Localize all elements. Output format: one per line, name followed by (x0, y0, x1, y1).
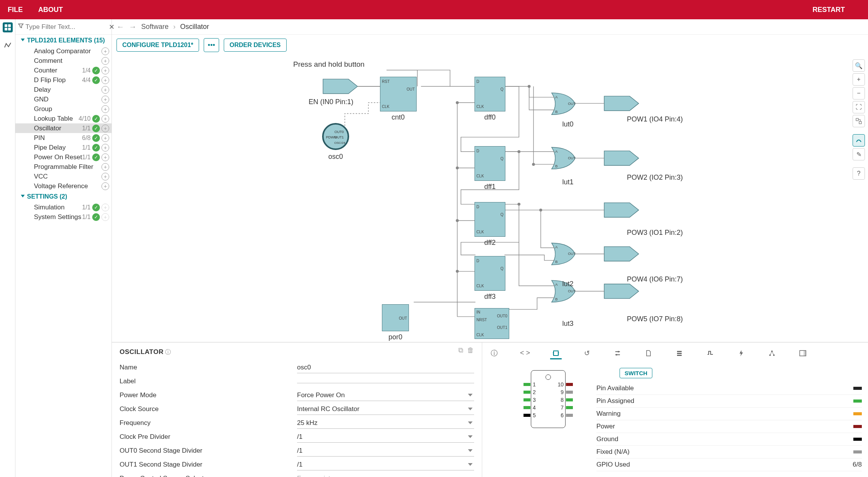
tab-doc-icon[interactable] (643, 348, 654, 359)
label-pipedelay0: pipedelay0 (475, 341, 508, 342)
nav-back-icon[interactable]: ← (117, 22, 124, 31)
tree-item-vcc[interactable]: VCC+ (15, 172, 111, 181)
block-dff2[interactable]: D Q CLK (475, 202, 505, 237)
svg-rect-1 (8, 24, 11, 27)
tab-info-icon[interactable]: ⓘ (488, 348, 500, 359)
tree-item-pin[interactable]: PIN6/8✓+ (15, 133, 111, 143)
field-name[interactable]: osc0 (297, 362, 474, 373)
block-por0[interactable]: OUT (382, 304, 409, 331)
tab-share-icon[interactable] (766, 348, 778, 359)
block-pow5[interactable] (604, 284, 638, 299)
tree-item-oscillator[interactable]: Oscillator1/1✓+ (15, 123, 111, 133)
field-out0-second-stage-divider[interactable]: /1 (297, 445, 474, 457)
tab-sliders-icon[interactable] (612, 348, 623, 359)
top-bar: FILE ABOUT RESTART (0, 0, 868, 19)
field-frequency[interactable]: 25 kHz (297, 418, 474, 429)
rail-components-icon[interactable] (3, 22, 13, 32)
menu-file[interactable]: FILE (8, 6, 23, 14)
svg-point-23 (456, 219, 459, 222)
label-dff2: dff2 (484, 239, 496, 247)
field-label[interactable] (297, 380, 474, 383)
tree-item-power-on-reset[interactable]: Power On Reset1/1✓+ (15, 152, 111, 162)
svg-point-24 (456, 270, 459, 273)
tree-item-group[interactable]: Group+ (15, 104, 111, 114)
tree-item-delay[interactable]: Delay+ (15, 85, 111, 94)
tree-item-counter[interactable]: Counter1/4✓+ (15, 66, 111, 75)
block-dff3[interactable]: D Q CLK (475, 256, 505, 291)
tool-pencil-icon[interactable]: ✎ (853, 148, 865, 160)
tree-item-comment[interactable]: Comment+ (15, 56, 111, 66)
svg-text:OUT: OUT (568, 156, 576, 160)
svg-text:B: B (555, 297, 557, 301)
field-clock-source[interactable]: Internal RC Oscillator (297, 404, 474, 415)
block-pow3[interactable] (604, 203, 638, 217)
svg-rect-55 (677, 351, 682, 352)
block-dff0[interactable]: D Q CLK (475, 77, 505, 111)
tree-section-elements[interactable]: TPLD1201 ELEMENTS (15) (15, 35, 111, 46)
tool-zoom-out-icon[interactable]: − (853, 87, 865, 99)
svg-text:A: A (555, 282, 558, 287)
filter-icon[interactable] (18, 23, 24, 31)
block-en[interactable] (323, 79, 357, 94)
block-cnt0[interactable]: RST OUT CLK (380, 77, 417, 111)
tree-item-voltage-reference[interactable]: Voltage Reference+ (15, 181, 111, 191)
svg-line-62 (772, 351, 774, 355)
tree-item-pipe-delay[interactable]: Pipe Delay1/1✓+ (15, 143, 111, 152)
delete-icon[interactable]: 🗑 (467, 346, 474, 354)
tab-panel-icon[interactable] (797, 348, 809, 359)
block-dff1[interactable]: D Q CLK (475, 146, 505, 181)
tab-pulse-icon[interactable] (704, 348, 716, 359)
order-devices-button[interactable]: ORDER DEVICES (224, 39, 286, 52)
label-dff1: dff1 (484, 183, 496, 191)
tree-item-d-flip-flop[interactable]: D Flip Flop4/4✓+ (15, 75, 111, 85)
tree-item-system-settings[interactable]: System Settings1/1✓+ (15, 212, 111, 222)
tree-item-analog-comparator[interactable]: Analog Comparator+ (15, 46, 111, 56)
switch-button[interactable]: SWITCH (620, 368, 652, 378)
block-pow4[interactable] (604, 247, 638, 261)
tool-zoom-in-icon[interactable]: + (853, 73, 865, 86)
tool-hierarchy-icon[interactable] (853, 115, 865, 127)
svg-point-52 (618, 351, 619, 352)
tab-bolt-icon[interactable] (735, 348, 747, 359)
rail-waveform-icon[interactable] (3, 40, 13, 50)
field-power-control-source-select[interactable]: From register (297, 473, 474, 477)
menu-about[interactable]: ABOUT (38, 6, 63, 14)
tool-help-icon[interactable]: ? (853, 167, 865, 180)
tab-chip-icon[interactable] (550, 348, 562, 359)
nav-forward-icon[interactable]: → (129, 22, 137, 31)
label-pow5: POW5 (IO7 Pin:8) (627, 315, 683, 323)
field-power-mode[interactable]: Force Power On (297, 390, 474, 401)
field-clock-pre-divider[interactable]: /1 (297, 431, 474, 443)
crumb-oscillator[interactable]: Oscillator (180, 23, 209, 31)
svg-text:OUT: OUT (568, 251, 576, 256)
info-tabs: ⓘ < > ↺ (488, 346, 862, 362)
svg-rect-56 (677, 353, 682, 354)
tab-code-icon[interactable]: < > (519, 348, 531, 359)
schematic-canvas[interactable]: A B OUT A B OUT A B OUT A B OUT Press an… (112, 56, 868, 342)
configure-button[interactable]: CONFIGURE TPLD1201* (117, 39, 199, 52)
info-icon[interactable]: ⓘ (165, 349, 171, 355)
tree-item-lookup-table[interactable]: Lookup Table4/10✓+ (15, 114, 111, 123)
field-out1-second-stage-divider[interactable]: /1 (297, 459, 474, 470)
tab-history-icon[interactable]: ↺ (581, 348, 593, 359)
tool-search-icon[interactable]: 🔍 (853, 59, 865, 72)
tree-item-simulation[interactable]: Simulation1/1✓+ (15, 202, 111, 212)
block-pow1[interactable] (604, 96, 638, 111)
prop-out0-second-stage-divider: OUT0 Second Stage Divider/1 (120, 445, 474, 457)
crumb-software[interactable]: Software (141, 23, 169, 31)
filter-input[interactable] (24, 22, 109, 32)
menu-restart[interactable]: RESTART (812, 6, 845, 14)
block-pow2[interactable] (604, 151, 638, 165)
block-pipedelay0[interactable]: IN NRST CLK OUT0 OUT1 (475, 308, 509, 339)
tool-route-icon[interactable] (853, 134, 865, 147)
tree-section-settings[interactable]: SETTINGS (2) (15, 191, 111, 202)
tree-item-gnd[interactable]: GND+ (15, 94, 111, 104)
tab-stack-icon[interactable] (674, 348, 685, 359)
block-osc0[interactable]: PDWN OUT0 OUT1 OSC/24 (322, 123, 349, 150)
prop-name: Nameosc0 (120, 361, 474, 374)
tool-fit-icon[interactable]: ⛶ (853, 101, 865, 113)
prop-label: Label (120, 375, 474, 388)
tree-item-programmable-filter[interactable]: Programmable Filter+ (15, 162, 111, 172)
copy-icon[interactable]: ⧉ (458, 346, 463, 354)
more-button[interactable]: ••• (204, 38, 219, 52)
